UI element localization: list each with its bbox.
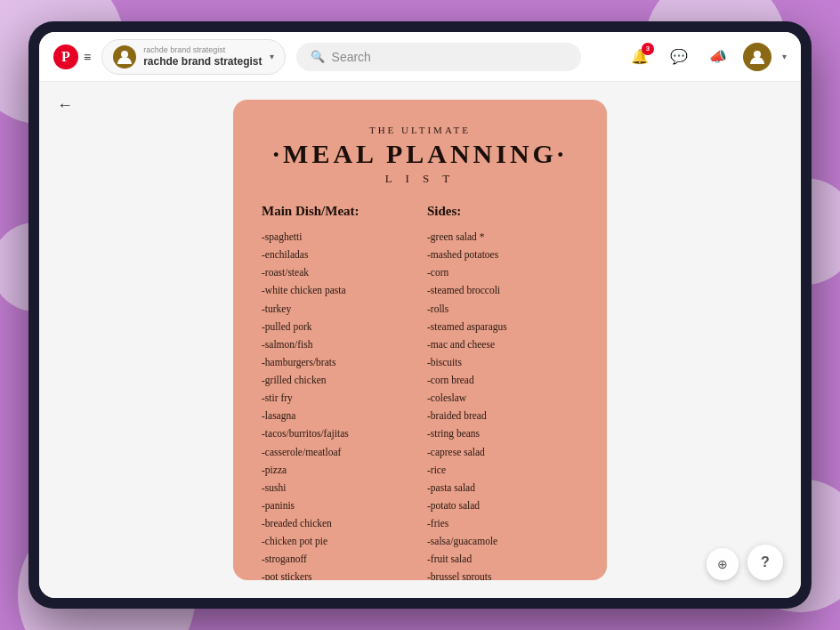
main-content: ← THE ULTIMATE ·MEAL PLANNING· L I S T M…	[39, 82, 801, 598]
list-item: -rice	[427, 461, 578, 479]
list-item: -salsa/guacamole	[427, 532, 578, 550]
list-item: -grilled chicken	[262, 371, 413, 389]
main-dish-list: -spaghetti-enchiladas-roast/steak-white …	[262, 228, 413, 580]
list-item: -breaded chicken	[262, 514, 413, 532]
list-item: -hamburgers/brats	[262, 353, 413, 371]
help-button[interactable]: ?	[747, 545, 783, 580]
list-item: -corn bread	[427, 371, 578, 389]
user-menu-chevron-icon[interactable]: ▾	[782, 52, 787, 61]
list-item: -string beans	[427, 424, 578, 442]
sides-header: Sides:	[427, 204, 578, 219]
account-avatar	[113, 45, 136, 69]
list-item: -pulled pork	[262, 318, 413, 335]
notification-badge: 3	[642, 43, 654, 55]
pin-subtitle: THE ULTIMATE	[262, 125, 578, 135]
list-item: -braided bread	[427, 407, 578, 424]
list-item: -fries	[427, 514, 578, 532]
back-button[interactable]: ←	[57, 96, 73, 115]
list-item: -fruit salad	[427, 550, 578, 568]
list-item: -white chicken pasta	[262, 281, 413, 299]
list-item: -caprese salad	[427, 443, 578, 461]
list-item: -potato salad	[427, 497, 578, 514]
sides-column: Sides: -green salad *-mashed potatoes-co…	[427, 204, 578, 580]
notifications-button[interactable]: 🔔 3	[626, 43, 654, 71]
list-item: -green salad *	[427, 228, 578, 246]
list-item: -chicken pot pie	[262, 532, 413, 550]
account-name-label: rachde brand strategist	[143, 55, 262, 68]
svg-point-0	[121, 51, 128, 58]
header-actions: 🔔 3 💬 📣 ▾	[626, 43, 787, 71]
search-icon: 🔍	[311, 50, 325, 63]
list-item: -steamed broccoli	[427, 281, 578, 299]
list-item: -mashed potatoes	[427, 246, 578, 263]
help-icon: ?	[761, 554, 770, 570]
user-avatar-button[interactable]	[743, 43, 771, 71]
header: P ≡ rachde brand strategist rachde brand…	[39, 32, 801, 82]
chevron-down-icon: ▾	[270, 52, 274, 61]
tablet-frame: P ≡ rachde brand strategist rachde brand…	[28, 21, 812, 609]
main-dish-column: Main Dish/Meat: -spaghetti-enchiladas-ro…	[262, 204, 413, 580]
pin-list-label: L I S T	[262, 172, 578, 186]
scan-button[interactable]: ⊕	[707, 548, 739, 580]
list-item: -pot stickers	[262, 568, 413, 580]
list-item: -tacos/burritos/fajitas	[262, 424, 413, 442]
list-item: -lasagna	[262, 407, 413, 424]
hamburger-icon[interactable]: ≡	[84, 50, 91, 64]
pin-title: ·MEAL PLANNING·	[262, 139, 578, 168]
list-item: -stir fry	[262, 389, 413, 407]
list-item: -enchiladas	[262, 246, 413, 263]
list-item: -casserole/meatloaf	[262, 443, 413, 461]
account-info: rachde brand strategist rachde brand str…	[143, 45, 262, 68]
list-item: -coleslaw	[427, 389, 578, 407]
chat-icon: 💬	[670, 48, 688, 65]
pinterest-icon: P	[53, 44, 78, 69]
megaphone-icon: 📣	[709, 48, 727, 65]
search-placeholder-text: Search	[332, 50, 371, 64]
messages-button[interactable]: 💬	[665, 43, 693, 71]
list-item: -stroganoff	[262, 550, 413, 568]
scan-icon: ⊕	[717, 557, 728, 571]
list-item: -corn	[427, 263, 578, 281]
list-item: -pizza	[262, 461, 413, 479]
announcements-button[interactable]: 📣	[704, 43, 732, 71]
svg-point-1	[754, 51, 761, 58]
pin-card: THE ULTIMATE ·MEAL PLANNING· L I S T Mai…	[233, 100, 607, 580]
sides-list: -green salad *-mashed potatoes-corn-stea…	[427, 228, 578, 580]
list-item: -sushi	[262, 479, 413, 497]
list-item: -brussel sprouts	[427, 568, 578, 580]
tablet-screen: P ≡ rachde brand strategist rachde brand…	[39, 32, 801, 598]
list-item: -turkey	[262, 300, 413, 318]
list-item: -salmon/fish	[262, 335, 413, 353]
main-dish-header: Main Dish/Meat:	[262, 204, 413, 219]
list-item: -paninis	[262, 497, 413, 514]
list-item: -pasta salad	[427, 479, 578, 497]
pinterest-logo[interactable]: P ≡	[53, 44, 91, 69]
pin-columns: Main Dish/Meat: -spaghetti-enchiladas-ro…	[262, 204, 578, 580]
list-item: -spaghetti	[262, 228, 413, 246]
search-bar[interactable]: 🔍 Search	[296, 43, 581, 71]
list-item: -steamed asparagus	[427, 318, 578, 335]
list-item: -roast/steak	[262, 263, 413, 281]
account-switcher[interactable]: rachde brand strategist rachde brand str…	[101, 39, 285, 75]
list-item: -rolls	[427, 300, 578, 318]
list-item: -mac and cheese	[427, 335, 578, 353]
account-sub-label: rachde brand strategist	[143, 45, 262, 55]
list-item: -biscuits	[427, 353, 578, 371]
